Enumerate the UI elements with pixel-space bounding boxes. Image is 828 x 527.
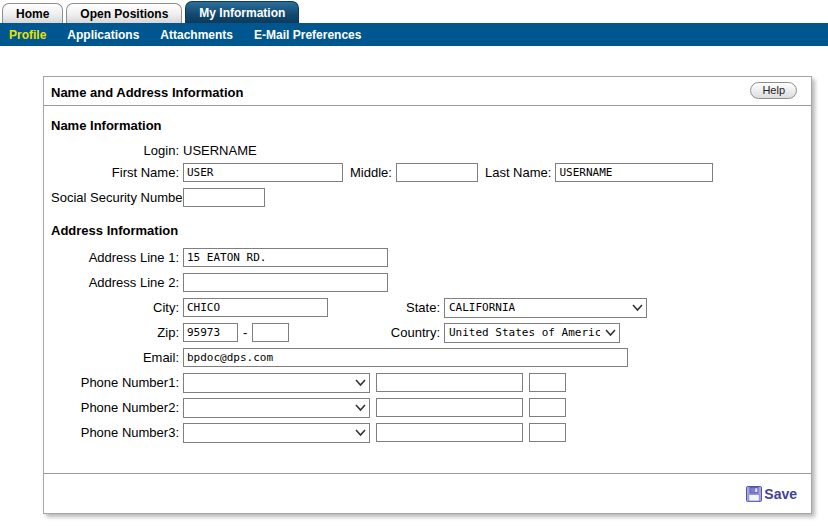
chevron-down-icon [604,326,617,339]
address-line2-row: Address Line 2: [51,270,811,295]
tab-my-information-label: My Information [199,6,285,20]
phone1-number-input[interactable] [376,373,523,392]
zip-input[interactable] [183,323,238,342]
address-line1-row: Address Line 1: [51,245,811,270]
subnav-item-profile[interactable]: Profile [9,28,46,42]
save-button[interactable]: Save [746,486,797,502]
phone3-type-select[interactable] [183,423,370,443]
zip-separator: - [243,325,247,340]
city-state-row: City: State: CALIFORNIA [51,295,811,320]
state-select-value: CALIFORNIA [449,301,515,314]
chevron-down-icon [354,376,367,389]
email-row: Email: [51,345,811,370]
phone2-row: Phone Number2: [51,395,811,420]
address-line2-label: Address Line 2: [51,275,183,290]
middle-name-input[interactable] [396,163,478,182]
help-button[interactable]: Help [750,82,797,99]
name-section-heading: Name Information [51,118,811,133]
phone3-label: Phone Number3: [51,425,183,440]
tab-open-positions[interactable]: Open Positions [66,3,182,23]
save-label: Save [764,486,797,502]
country-label: Country: [388,325,444,340]
name-row: First Name: Middle: Last Name: [51,160,811,185]
middle-name-label: Middle: [350,165,392,180]
subnav-item-attachments[interactable]: Attachments [160,28,233,42]
city-label: City: [51,300,183,315]
page: Home Open Positions My Information Profi… [0,0,828,514]
last-name-input[interactable] [555,163,713,182]
login-value: USERNAME [183,143,257,158]
city-input[interactable] [183,298,328,317]
country-select-value: United States of America [449,326,600,339]
phone3-ext-input[interactable] [529,423,566,442]
login-label: Login: [51,143,183,158]
panel-header: Name and Address Information Help [44,77,811,106]
address-line1-label: Address Line 1: [51,250,183,265]
phone2-label: Phone Number2: [51,400,183,415]
zip-ext-input[interactable] [252,323,289,342]
ssn-input[interactable] [183,188,265,207]
page-title: Name and Address Information [51,85,243,100]
chevron-down-icon [354,426,367,439]
state-select[interactable]: CALIFORNIA [444,298,647,318]
address-line2-input[interactable] [183,273,388,292]
state-group: State: CALIFORNIA [388,298,647,318]
tab-bar: Home Open Positions My Information [0,0,828,23]
last-name-label: Last Name: [485,165,551,180]
state-label: State: [388,300,444,315]
email-label: Email: [51,350,183,365]
tab-home[interactable]: Home [2,3,63,23]
tab-home-label: Home [16,7,49,21]
phone2-type-select[interactable] [183,398,370,418]
subnav-bar: Profile Applications Attachments E-Mail … [0,23,828,46]
address-line1-input[interactable] [183,248,388,267]
form-body: Name Information Login: USERNAME First N… [44,106,811,445]
subnav-item-email-preferences[interactable]: E-Mail Preferences [254,28,361,42]
chevron-down-icon [631,301,644,314]
phone1-label: Phone Number1: [51,375,183,390]
ssn-label: Social Security Number: [51,190,183,205]
phone3-number-input[interactable] [376,423,523,442]
floppy-disk-icon [746,486,762,502]
panel-footer: Save [44,473,811,513]
zip-label: Zip: [51,325,183,340]
phone1-row: Phone Number1: [51,370,811,395]
email-input[interactable] [183,348,628,367]
login-row: Login: USERNAME [51,140,811,160]
zip-country-row: Zip: - Country: United States of America [51,320,811,345]
first-name-input[interactable] [183,163,343,182]
phone2-ext-input[interactable] [529,398,566,417]
ssn-row: Social Security Number: [51,185,811,210]
address-section-heading: Address Information [51,223,811,238]
form-panel: Name and Address Information Help Name I… [43,76,812,514]
phone2-number-input[interactable] [376,398,523,417]
chevron-down-icon [354,401,367,414]
country-group: Country: United States of America [388,323,620,343]
subnav-item-applications[interactable]: Applications [67,28,139,42]
tab-open-positions-label: Open Positions [80,7,168,21]
phone1-type-select[interactable] [183,373,370,393]
country-select[interactable]: United States of America [444,323,620,343]
phone3-row: Phone Number3: [51,420,811,445]
first-name-label: First Name: [51,165,183,180]
tab-my-information[interactable]: My Information [185,1,299,23]
phone1-ext-input[interactable] [529,373,566,392]
